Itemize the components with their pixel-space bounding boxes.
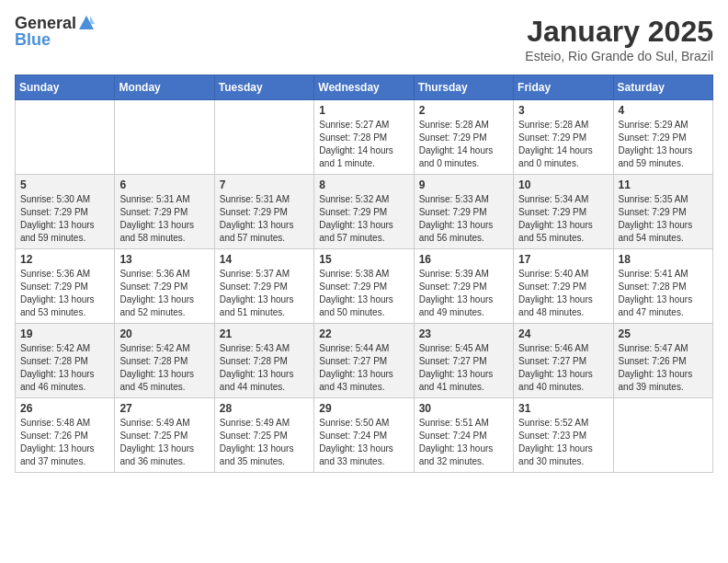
calendar-day-cell: 27Sunrise: 5:49 AMSunset: 7:25 PMDayligh… [115,398,214,473]
calendar-day-cell: 12Sunrise: 5:36 AMSunset: 7:29 PMDayligh… [16,249,115,324]
calendar-day-cell: 17Sunrise: 5:40 AMSunset: 7:29 PMDayligh… [514,249,613,324]
calendar-day-cell: 4Sunrise: 5:29 AMSunset: 7:29 PMDaylight… [613,100,712,175]
calendar-day-cell: 1Sunrise: 5:27 AMSunset: 7:28 PMDaylight… [314,100,414,175]
svg-marker-1 [90,16,95,24]
logo-general: General [15,15,76,31]
day-info: Sunrise: 5:27 AMSunset: 7:28 PMDaylight:… [319,119,408,170]
day-number: 25 [619,327,708,340]
day-number: 21 [220,327,309,340]
day-info: Sunrise: 5:33 AMSunset: 7:29 PMDaylight:… [419,193,508,245]
day-number: 6 [119,178,209,191]
day-number: 9 [419,178,508,191]
weekday-header-row: SundayMondayTuesdayWednesdayThursdayFrid… [16,75,713,100]
calendar-day-cell: 16Sunrise: 5:39 AMSunset: 7:29 PMDayligh… [414,249,513,324]
calendar-day-cell: 2Sunrise: 5:28 AMSunset: 7:29 PMDaylight… [414,100,513,175]
calendar-day-cell: 24Sunrise: 5:46 AMSunset: 7:27 PMDayligh… [514,324,613,398]
day-info: Sunrise: 5:36 AMSunset: 7:29 PMDaylight:… [20,268,109,319]
day-number: 10 [518,178,608,191]
day-number: 2 [419,104,508,117]
day-number: 20 [119,327,209,340]
weekday-header-cell: Wednesday [314,75,414,100]
weekday-header-cell: Tuesday [214,75,313,100]
calendar-week-row: 12Sunrise: 5:36 AMSunset: 7:29 PMDayligh… [16,249,713,324]
day-number: 16 [419,253,508,266]
calendar-day-cell: 20Sunrise: 5:42 AMSunset: 7:28 PMDayligh… [115,324,214,398]
weekday-header-cell: Monday [115,75,214,100]
calendar-day-cell: 8Sunrise: 5:32 AMSunset: 7:29 PMDaylight… [314,175,414,249]
day-number: 12 [20,253,109,266]
calendar-week-row: 1Sunrise: 5:27 AMSunset: 7:28 PMDaylight… [16,100,713,175]
day-info: Sunrise: 5:29 AMSunset: 7:29 PMDaylight:… [619,119,708,170]
title-block: January 2025 Esteio, Rio Grande do Sul, … [525,15,713,63]
day-number: 18 [619,253,708,266]
day-number: 28 [220,402,309,415]
day-info: Sunrise: 5:52 AMSunset: 7:23 PMDaylight:… [518,417,608,468]
day-info: Sunrise: 5:49 AMSunset: 7:25 PMDaylight:… [220,417,309,468]
calendar-body: 1Sunrise: 5:27 AMSunset: 7:28 PMDaylight… [16,100,713,473]
day-number: 13 [119,253,209,266]
day-number: 17 [518,253,608,266]
day-number: 23 [419,327,508,340]
day-info: Sunrise: 5:49 AMSunset: 7:25 PMDaylight:… [119,417,209,468]
day-number: 24 [518,327,608,340]
calendar-day-cell: 31Sunrise: 5:52 AMSunset: 7:23 PMDayligh… [514,398,613,473]
calendar-day-cell [16,100,115,175]
day-number: 14 [220,253,309,266]
calendar-day-cell: 3Sunrise: 5:28 AMSunset: 7:29 PMDaylight… [514,100,613,175]
day-info: Sunrise: 5:36 AMSunset: 7:29 PMDaylight:… [119,268,209,319]
calendar-day-cell: 6Sunrise: 5:31 AMSunset: 7:29 PMDaylight… [115,175,214,249]
calendar-day-cell: 22Sunrise: 5:44 AMSunset: 7:27 PMDayligh… [314,324,414,398]
day-number: 15 [319,253,408,266]
day-info: Sunrise: 5:42 AMSunset: 7:28 PMDaylight:… [20,342,109,394]
day-number: 1 [319,104,408,117]
calendar-day-cell [115,100,214,175]
day-number: 3 [518,104,608,117]
calendar-week-row: 26Sunrise: 5:48 AMSunset: 7:26 PMDayligh… [16,398,713,473]
calendar-day-cell: 26Sunrise: 5:48 AMSunset: 7:26 PMDayligh… [16,398,115,473]
calendar-day-cell: 30Sunrise: 5:51 AMSunset: 7:24 PMDayligh… [414,398,513,473]
calendar-day-cell [613,398,712,473]
weekday-header-cell: Sunday [16,75,115,100]
calendar-day-cell [214,100,313,175]
day-number: 5 [20,178,109,191]
day-info: Sunrise: 5:34 AMSunset: 7:29 PMDaylight:… [518,193,608,245]
weekday-header-cell: Saturday [613,75,712,100]
weekday-header-cell: Thursday [414,75,513,100]
month-title: January 2025 [525,15,713,49]
day-info: Sunrise: 5:38 AMSunset: 7:29 PMDaylight:… [319,268,408,319]
day-info: Sunrise: 5:48 AMSunset: 7:26 PMDaylight:… [20,417,109,468]
page-header: General Blue January 2025 Esteio, Rio Gr… [15,15,713,63]
calendar-day-cell: 11Sunrise: 5:35 AMSunset: 7:29 PMDayligh… [613,175,712,249]
calendar-day-cell: 9Sunrise: 5:33 AMSunset: 7:29 PMDaylight… [414,175,513,249]
day-info: Sunrise: 5:28 AMSunset: 7:29 PMDaylight:… [419,119,508,170]
day-info: Sunrise: 5:45 AMSunset: 7:27 PMDaylight:… [419,342,508,394]
calendar-table: SundayMondayTuesdayWednesdayThursdayFrid… [15,75,713,473]
day-info: Sunrise: 5:30 AMSunset: 7:29 PMDaylight:… [20,193,109,245]
location-title: Esteio, Rio Grande do Sul, Brazil [525,49,713,63]
day-info: Sunrise: 5:28 AMSunset: 7:29 PMDaylight:… [518,119,608,170]
calendar-week-row: 19Sunrise: 5:42 AMSunset: 7:28 PMDayligh… [16,324,713,398]
calendar-day-cell: 21Sunrise: 5:43 AMSunset: 7:28 PMDayligh… [214,324,313,398]
day-info: Sunrise: 5:31 AMSunset: 7:29 PMDaylight:… [119,193,209,245]
calendar-day-cell: 18Sunrise: 5:41 AMSunset: 7:28 PMDayligh… [613,249,712,324]
day-info: Sunrise: 5:43 AMSunset: 7:28 PMDaylight:… [220,342,309,394]
weekday-header-cell: Friday [514,75,613,100]
logo-blue: Blue [15,31,51,48]
day-info: Sunrise: 5:40 AMSunset: 7:29 PMDaylight:… [518,268,608,319]
day-number: 27 [119,402,209,415]
day-number: 30 [419,402,508,415]
logo-triangle-icon [78,15,95,31]
calendar-day-cell: 13Sunrise: 5:36 AMSunset: 7:29 PMDayligh… [115,249,214,324]
day-info: Sunrise: 5:32 AMSunset: 7:29 PMDaylight:… [319,193,408,245]
day-info: Sunrise: 5:51 AMSunset: 7:24 PMDaylight:… [419,417,508,468]
calendar-day-cell: 29Sunrise: 5:50 AMSunset: 7:24 PMDayligh… [314,398,414,473]
calendar-day-cell: 7Sunrise: 5:31 AMSunset: 7:29 PMDaylight… [214,175,313,249]
logo: General Blue [15,15,95,48]
day-info: Sunrise: 5:37 AMSunset: 7:29 PMDaylight:… [220,268,309,319]
day-info: Sunrise: 5:31 AMSunset: 7:29 PMDaylight:… [220,193,309,245]
day-info: Sunrise: 5:42 AMSunset: 7:28 PMDaylight:… [119,342,209,394]
calendar-day-cell: 15Sunrise: 5:38 AMSunset: 7:29 PMDayligh… [314,249,414,324]
day-number: 29 [319,402,408,415]
day-number: 4 [619,104,708,117]
day-number: 22 [319,327,408,340]
